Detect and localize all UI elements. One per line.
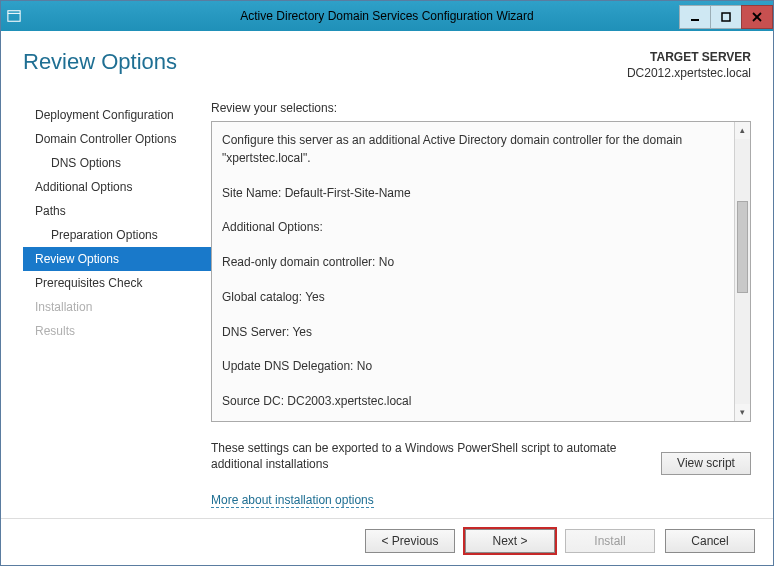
review-selections-box: Configure this server as an additional A… <box>211 121 751 421</box>
review-scrollbar[interactable]: ▴ ▾ <box>734 122 750 420</box>
body-row: Deployment ConfigurationDomain Controlle… <box>23 99 751 506</box>
export-row: These settings can be exported to a Wind… <box>211 440 751 475</box>
footer-buttons: < Previous Next > Install Cancel <box>1 518 773 565</box>
sidebar-item-prerequisites-check[interactable]: Prerequisites Check <box>23 271 211 295</box>
minimize-button[interactable] <box>679 5 711 29</box>
main-panel: Review your selections: Configure this s… <box>211 99 751 506</box>
target-server: TARGET SERVER DC2012.xpertstec.local <box>627 49 751 81</box>
wizard-steps-sidebar: Deployment ConfigurationDomain Controlle… <box>23 99 211 506</box>
sidebar-item-paths[interactable]: Paths <box>23 199 211 223</box>
previous-button[interactable]: < Previous <box>365 529 455 553</box>
scroll-thumb[interactable] <box>737 201 748 293</box>
target-server-value: DC2012.xpertstec.local <box>627 65 751 81</box>
next-button[interactable]: Next > <box>465 529 555 553</box>
page-title: Review Options <box>23 49 177 75</box>
wizard-window: Active Directory Domain Services Configu… <box>0 0 774 566</box>
title-bar: Active Directory Domain Services Configu… <box>1 1 773 31</box>
export-description: These settings can be exported to a Wind… <box>211 440 649 474</box>
svg-rect-0 <box>8 11 20 22</box>
header-row: Review Options TARGET SERVER DC2012.xper… <box>23 49 751 81</box>
sidebar-item-deployment-configuration[interactable]: Deployment Configuration <box>23 103 211 127</box>
sidebar-item-results: Results <box>23 319 211 343</box>
view-script-button[interactable]: View script <box>661 452 751 475</box>
sidebar-item-installation: Installation <box>23 295 211 319</box>
more-about-installation-link[interactable]: More about installation options <box>211 493 374 508</box>
scroll-down-arrow-icon[interactable]: ▾ <box>735 404 750 421</box>
review-selections-label: Review your selections: <box>211 101 751 115</box>
sidebar-item-domain-controller-options[interactable]: Domain Controller Options <box>23 127 211 151</box>
window-controls <box>680 5 773 27</box>
cancel-button[interactable]: Cancel <box>665 529 755 553</box>
target-server-label: TARGET SERVER <box>627 49 751 65</box>
maximize-button[interactable] <box>710 5 742 29</box>
sidebar-item-additional-options[interactable]: Additional Options <box>23 175 211 199</box>
scroll-track[interactable] <box>735 139 750 403</box>
svg-rect-3 <box>722 13 730 21</box>
sidebar-item-dns-options[interactable]: DNS Options <box>23 151 211 175</box>
close-button[interactable] <box>741 5 773 29</box>
sidebar-item-preparation-options[interactable]: Preparation Options <box>23 223 211 247</box>
sidebar-item-review-options[interactable]: Review Options <box>23 247 211 271</box>
install-button: Install <box>565 529 655 553</box>
system-menu-icon[interactable] <box>1 1 27 31</box>
content-area: Review Options TARGET SERVER DC2012.xper… <box>1 31 773 518</box>
window-title: Active Directory Domain Services Configu… <box>1 9 773 23</box>
review-selections-text[interactable]: Configure this server as an additional A… <box>212 122 734 420</box>
scroll-up-arrow-icon[interactable]: ▴ <box>735 122 750 139</box>
